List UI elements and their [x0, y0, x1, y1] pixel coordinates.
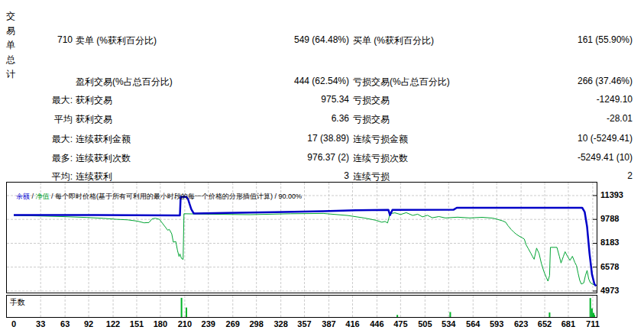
stats-row-largest: 最大: 获利交易 975.34 亏损交易 -1249.10 [0, 94, 644, 106]
stat-value: -1249.10 [489, 94, 633, 105]
x-axis-label: 0 [1, 319, 27, 328]
stat-label: 最大: [15, 133, 73, 146]
stat-value: 2 [489, 170, 633, 181]
stat-label: 平均 [15, 113, 73, 126]
stat-value: 6.36 [222, 113, 349, 124]
stat-value: 975.34 [222, 94, 349, 105]
x-axis-label: 446 [364, 319, 390, 328]
x-axis-label: 416 [339, 319, 365, 328]
stat-label: 最多: [15, 152, 73, 165]
x-axis-label: 357 [292, 319, 318, 328]
stats-row-average: 平均 获利交易 6.36 亏损交易 -28.01 [0, 113, 644, 125]
x-axis-label: 328 [268, 319, 294, 328]
x-axis-label: 151 [124, 319, 150, 328]
y-axis-label: 8183 [600, 238, 636, 247]
legend-equity-label: 净值 [36, 192, 50, 200]
chart-legend: 余额 / 净值 / 每个即时价格(基于所有可利用的最小时段的每一个价格的分形插值… [8, 184, 302, 209]
legend-separator: / [30, 192, 36, 200]
x-axis-label: 593 [484, 319, 510, 328]
stat-value: 266 (37.46%) [489, 76, 633, 86]
x-axis-label: 711 [580, 319, 606, 328]
stat-value: 17 (38.89) [222, 133, 349, 144]
lots-bar [181, 298, 183, 317]
stat-label: 最大: [15, 94, 73, 107]
legend-balance-label: 余额 [16, 192, 30, 200]
x-axis-label: 652 [532, 319, 558, 328]
x-axis-label: 122 [100, 319, 126, 328]
lots-bar [186, 308, 187, 317]
x-axis-label: 33 [28, 319, 53, 328]
x-axis-label: 681 [555, 319, 581, 328]
stat-value: 976.37 (2) [222, 152, 349, 163]
stat-value: 3 [222, 170, 349, 181]
legend-description: 每个即时价格(基于所有可利用的最小时段的每一个价格的分形插值计算) [55, 192, 273, 200]
x-axis-label: 180 [147, 319, 173, 328]
x-axis-label: 387 [316, 319, 342, 328]
stats-row-avg-consecutive: 平均: 连续获利 3 连续亏损 2 [0, 170, 644, 183]
x-axis-label: 239 [196, 319, 222, 328]
x-axis-label: 534 [435, 319, 461, 328]
stat-value: 161 (55.90%) [489, 34, 633, 45]
stat-value: 710 [15, 34, 73, 45]
y-axis-label: 6578 [600, 262, 636, 271]
stats-row-max-consecutive-count: 最多: 连续获利次数 976.37 (2) 连续亏损次数 -5249.41 (1… [0, 152, 644, 164]
stat-value: 10 (-5249.41) [489, 133, 633, 144]
lots-bar [594, 315, 595, 317]
lots-bar [449, 312, 451, 318]
legend-quality: 90.00% [279, 192, 303, 200]
lots-bar [590, 298, 591, 317]
lots-chart-border [7, 296, 597, 318]
x-axis-label: 623 [508, 319, 534, 328]
legend-separator: / [273, 192, 279, 200]
stat-value: 549 (64.48%) [222, 34, 349, 45]
stat-value: -5249.41 (10) [489, 152, 633, 163]
y-axis-label: 4973 [600, 286, 636, 295]
lots-panel-label: 手数 [10, 297, 25, 308]
stats-row-profit-trades: 盈利交易(%占总百分比) 444 (62.54%) 亏损交易(%占总百分比) 2… [0, 76, 644, 88]
lots-bar [549, 312, 550, 317]
x-axis-label: 63 [52, 319, 78, 328]
lots-chart [6, 295, 597, 318]
lots-bar [591, 309, 593, 317]
x-axis-label: 298 [244, 319, 270, 328]
x-axis-label: 505 [412, 319, 438, 328]
stat-value: 444 (62.54%) [222, 76, 349, 86]
legend-separator: / [50, 192, 56, 200]
stats-row-total: 710 卖单 (%获利百分比) 549 (64.48%) 买单 (%获利百分比)… [0, 34, 644, 47]
y-axis-label: 11393 [600, 190, 636, 199]
lots-bar [396, 315, 398, 317]
stats-row-max-consecutive-amount: 最大: 连续获利金额 17 (38.89) 连续亏损金额 10 (-5249.4… [0, 133, 644, 145]
strategy-tester-report: 交易单总计 710 卖单 (%获利百分比) 549 (64.48%) 买单 (%… [0, 0, 644, 330]
equity-line [14, 212, 596, 285]
x-axis-label: 210 [172, 319, 198, 328]
y-axis-label: 9788 [600, 214, 636, 223]
balance-line [14, 197, 596, 286]
x-axis-label: 92 [76, 319, 102, 328]
x-axis-label: 564 [460, 319, 486, 328]
stat-value: -28.01 [489, 113, 633, 124]
x-axis-label: 475 [387, 319, 413, 328]
x-axis-label: 269 [220, 319, 246, 328]
